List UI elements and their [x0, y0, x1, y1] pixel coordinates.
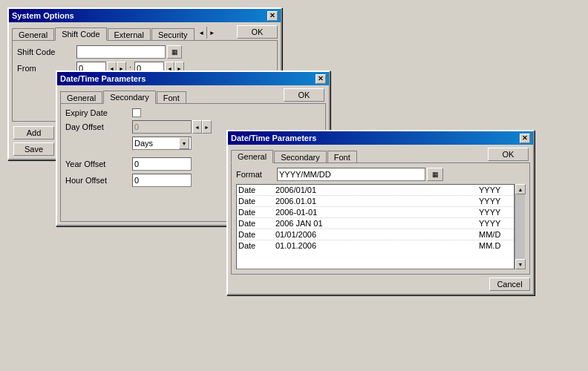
- list-item[interactable]: Date 2006.01.01 YYYY: [237, 196, 514, 207]
- shift-code-input[interactable]: [76, 45, 166, 59]
- tab-next-arrow[interactable]: ►: [207, 27, 218, 39]
- hour-offset-input[interactable]: [132, 174, 192, 187]
- tab-dt1-general[interactable]: General: [60, 91, 102, 104]
- list-col-type: Date: [238, 186, 275, 194]
- tab-shiftcode[interactable]: Shift Code: [55, 27, 106, 41]
- list-col-format: MM/D: [479, 230, 512, 239]
- list-col-type: Date: [238, 197, 275, 206]
- day-offset-spin-right[interactable]: ►: [202, 120, 212, 134]
- expiry-date-row: Expiry Date: [65, 108, 321, 117]
- save-button[interactable]: Save: [13, 142, 54, 156]
- list-col-value: 2006.01.01: [275, 197, 479, 206]
- datetime-params-2-title: Date/Time Parameters: [231, 134, 520, 142]
- format-calendar-btn[interactable]: ▦: [427, 168, 443, 181]
- tab-general[interactable]: General: [12, 28, 54, 41]
- system-options-close[interactable]: ✕: [267, 11, 278, 21]
- format-label: Format: [236, 170, 277, 179]
- ok-button[interactable]: OK: [237, 25, 278, 39]
- tab-prev-arrow[interactable]: ◄: [197, 27, 207, 39]
- scroll-up-btn[interactable]: ▲: [515, 184, 526, 194]
- list-col-format: YYYY: [479, 219, 512, 228]
- year-offset-label: Year Offset: [65, 160, 132, 168]
- datetime-params-1-titlebar: Date/Time Parameters ✕: [57, 72, 329, 85]
- datetime-2-tabbar: General Secondary Font: [231, 149, 483, 162]
- datetime-params-2-window: Date/Time Parameters ✕ General Secondary…: [226, 130, 535, 295]
- dt2-cancel-button[interactable]: Cancel: [489, 278, 530, 291]
- days-value: Days: [134, 139, 179, 148]
- tab-dt2-secondary[interactable]: Secondary: [274, 151, 327, 163]
- list-item[interactable]: Date 2006-01-01 YYYY: [237, 207, 514, 218]
- datetime-params-2-close[interactable]: ✕: [520, 134, 530, 143]
- list-col-value: 2006/01/01: [275, 186, 479, 194]
- list-col-value: 2006-01-01: [275, 208, 479, 217]
- format-list[interactable]: Date 2006/01/01 YYYY Date 2006.01.01 YYY…: [236, 184, 514, 269]
- year-offset-input[interactable]: [132, 157, 192, 171]
- tab-dt2-font[interactable]: Font: [327, 151, 357, 163]
- days-dropdown[interactable]: Days ▼: [132, 137, 192, 150]
- dt1-ok-button[interactable]: OK: [284, 88, 324, 102]
- shift-code-row: Shift Code ▦: [17, 45, 272, 59]
- list-col-type: Date: [238, 208, 275, 217]
- add-button[interactable]: Add: [13, 126, 54, 139]
- shift-code-calendar-btn[interactable]: ▦: [167, 45, 182, 59]
- tab-dt1-font[interactable]: Font: [157, 91, 186, 104]
- scroll-track: [515, 194, 525, 259]
- list-col-format: YYYY: [479, 186, 512, 194]
- datetime-params-1-title: Date/Time Parameters: [60, 74, 316, 83]
- datetime-2-header: General Secondary Font OK: [231, 148, 530, 162]
- list-col-value: 2006 JAN 01: [275, 219, 479, 228]
- list-col-type: Date: [238, 241, 275, 250]
- day-offset-spin-left[interactable]: ◄: [192, 120, 202, 134]
- list-col-format: YYYY: [479, 197, 512, 206]
- datetime-2-tab-content: Format ▦ Date 2006/01/01 YYYY Date 2006.…: [231, 162, 530, 275]
- expiry-date-label: Expiry Date: [65, 108, 132, 117]
- list-col-type: Date: [238, 219, 275, 228]
- list-col-format: MM.D: [479, 241, 512, 250]
- tab-dt1-secondary[interactable]: Secondary: [103, 91, 156, 104]
- hour-offset-label: Hour Offset: [65, 176, 132, 185]
- day-offset-spinners: ◄ ►: [192, 120, 212, 134]
- datetime-1-tabbar: General Secondary Font: [60, 90, 284, 103]
- expiry-date-checkbox[interactable]: [132, 108, 141, 117]
- list-col-format: YYYY: [479, 208, 512, 217]
- list-col-type: Date: [238, 230, 275, 239]
- day-offset-label: Day Offset: [65, 122, 132, 131]
- list-scrollbar[interactable]: ▲ ▼: [514, 184, 525, 269]
- format-list-container: Date 2006/01/01 YYYY Date 2006.01.01 YYY…: [236, 184, 525, 269]
- datetime-params-2-titlebar: Date/Time Parameters ✕: [228, 131, 533, 145]
- list-item[interactable]: Date 2006/01/01 YYYY: [237, 185, 514, 196]
- format-input[interactable]: [277, 168, 425, 181]
- days-dropdown-arrow[interactable]: ▼: [179, 137, 189, 149]
- list-item[interactable]: Date 01/01/2006 MM/D: [237, 229, 514, 240]
- system-options-title: System Options: [12, 11, 267, 20]
- list-col-value: 01/01/2006: [275, 230, 479, 239]
- tab-dt2-general[interactable]: General: [231, 150, 273, 163]
- list-item[interactable]: Date 01.01.2006 MM.D: [237, 240, 514, 251]
- tab-external[interactable]: External: [108, 28, 151, 41]
- list-item[interactable]: Date 2006 JAN 01 YYYY: [237, 218, 514, 229]
- shift-code-label: Shift Code: [17, 47, 76, 56]
- system-options-titlebar: System Options ✕: [9, 9, 281, 22]
- scroll-down-btn[interactable]: ▼: [515, 259, 526, 269]
- datetime-params-1-close[interactable]: ✕: [316, 74, 326, 84]
- day-offset-input: [132, 120, 192, 134]
- dt2-ok-button[interactable]: OK: [488, 148, 529, 161]
- list-col-value: 01.01.2006: [275, 241, 479, 250]
- tab-security[interactable]: Security: [151, 28, 195, 41]
- format-row: Format ▦: [236, 168, 525, 181]
- system-options-tabbar: General Shift Code External Security ◄ ►…: [12, 25, 278, 40]
- datetime-params-2-content: General Secondary Font OK Format ▦ Date …: [228, 145, 533, 294]
